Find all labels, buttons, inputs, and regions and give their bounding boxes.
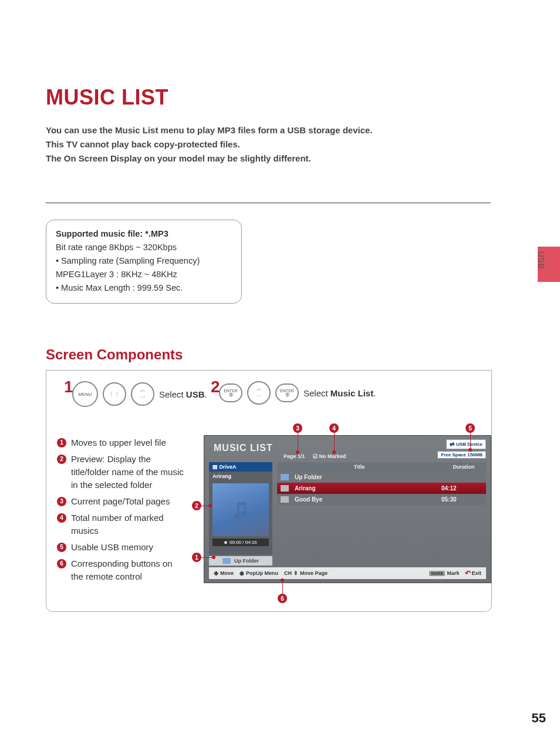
- free-space-badge: Free Space 150MB: [437, 451, 486, 459]
- usb-device-badge: ⇄ USB Device: [446, 439, 486, 449]
- album-art: [212, 483, 269, 536]
- explain-item: 1Moves to upper level file: [57, 436, 186, 449]
- explain-item: 2Preview: Display the title/folder name …: [57, 453, 186, 492]
- badge-2: 2: [57, 455, 66, 464]
- badge-3: 3: [57, 497, 66, 506]
- step1-text-a: Select: [159, 389, 186, 399]
- mark-key-icon: MARK: [429, 571, 445, 576]
- page-title: MUSIC LIST: [46, 85, 168, 110]
- drive-icon: ▤: [212, 464, 220, 470]
- explain-text-6: Corresponding buttons on the remote cont…: [71, 557, 186, 583]
- explain-item: 6Corresponding buttons on the remote con…: [57, 557, 186, 583]
- explain-text-3: Current page/Total pages: [71, 495, 170, 508]
- callout-line: [201, 557, 212, 558]
- section-frame: 1 MENU 〈 〉 ︿﹀ Select USB. 2 ENTER ⦿ ︿﹀ E…: [46, 370, 492, 612]
- page-number: 55: [532, 711, 546, 726]
- row-dur: 04:12: [441, 485, 483, 492]
- spec-line1: Bit rate range 8Kbps ~ 320Kbps: [56, 241, 232, 254]
- list-row-active[interactable]: Arirang 04:12: [277, 483, 486, 494]
- dpad-horiz-icon: 〈 〉: [103, 382, 126, 406]
- intro-line-1: You can use the Music List menu to play …: [46, 123, 373, 137]
- spec-box: Supported music file: *.MP3 Bit rate ran…: [46, 220, 242, 304]
- key-mark: MARKMark: [429, 570, 459, 576]
- callout-badge-3: 3: [293, 423, 302, 433]
- callout-dot: [208, 504, 212, 507]
- list-row-upfolder[interactable]: Up Folder: [277, 472, 486, 483]
- key-exit: ↶Exit: [465, 569, 481, 577]
- callout-badge-5: 5: [465, 423, 475, 433]
- dpad-vert-icon: ︿﹀: [131, 382, 154, 406]
- enter-dot-icon: ◉: [239, 570, 244, 576]
- file-list-panel: Title Duration Up Folder Arirang 04:12 G…: [277, 462, 486, 505]
- explain-item: 5Usable USB memory: [57, 541, 186, 554]
- playtime-text: 00:00 / 04:16: [230, 540, 257, 545]
- callout-dot: [212, 556, 215, 559]
- screen-title: MUSIC LIST: [214, 443, 273, 453]
- row-name: Arirang: [295, 485, 316, 492]
- step2-text: Select Music List.: [303, 388, 376, 398]
- music-note-icon: [229, 498, 252, 521]
- callout-badge-4: 4: [329, 423, 339, 433]
- intro-text: You can use the Music List menu to play …: [46, 123, 373, 166]
- spec-bullet1: • Sampling rate (Sampling Frequency) MPE…: [56, 254, 232, 281]
- spec-bullet2: • Music Max Length : 999.59 Sec.: [56, 281, 232, 295]
- callout-line: [201, 506, 208, 506]
- side-tab-label: USB: [537, 251, 546, 269]
- enter-button-icon-2: ENTER ⦿: [275, 383, 299, 402]
- row-name: Up Folder: [295, 474, 322, 480]
- row-dur: 05:30: [441, 496, 483, 503]
- explain-text-1: Moves to upper level file: [71, 436, 166, 449]
- callout-badge-6: 6: [278, 594, 287, 603]
- explain-text-2: Preview: Display the title/folder name o…: [71, 453, 186, 492]
- explain-text-4: Total number of marked musics: [71, 512, 186, 537]
- col-title: Title: [277, 462, 441, 472]
- callout-line: [470, 433, 471, 448]
- key-popup: ◉PopUp Menu: [239, 570, 278, 576]
- callout-badge-2: 2: [192, 501, 201, 510]
- divider: [46, 203, 491, 203]
- explain-text-5: Usable USB memory: [71, 541, 153, 554]
- up-folder-button[interactable]: Up Folder: [209, 556, 272, 566]
- callout-dot: [468, 448, 472, 452]
- explain-item: 3Current page/Total pages: [57, 495, 186, 508]
- menu-button-icon: MENU: [72, 381, 98, 407]
- intro-line-3: The On Screen Display on your model may …: [46, 152, 373, 166]
- step2-text-b: Music List: [330, 388, 373, 398]
- usb-icon: ⇄: [450, 441, 454, 447]
- step1-text: Select USB.: [159, 389, 207, 399]
- marked-label: No Marked: [319, 453, 346, 459]
- folder-up-icon: [281, 474, 289, 480]
- explanation-list: 1Moves to upper level file 2Preview: Dis…: [57, 436, 186, 587]
- enter-button-icon: ENTER ⦿: [219, 383, 242, 402]
- enter-button-label: ENTER: [224, 389, 238, 393]
- step1-text-b: USB: [186, 389, 205, 399]
- badge-6: 6: [57, 559, 66, 568]
- step2-text-a: Select: [303, 388, 330, 398]
- file-icon: [281, 485, 289, 492]
- music-list-screen: MUSIC LIST Page 1/1 ☑ No Marked ⇄ USB De…: [204, 435, 491, 583]
- file-icon: [281, 496, 289, 503]
- section-heading: Screen Components: [46, 346, 183, 363]
- up-folder-label: Up Folder: [234, 558, 259, 564]
- intro-line-2: This TV cannot play back copy-protected …: [46, 137, 373, 152]
- step2-text-c: .: [373, 388, 376, 398]
- step1-text-c: .: [205, 389, 207, 399]
- list-row[interactable]: Good Bye 05:30: [277, 494, 486, 505]
- updown-icon: ⇕: [294, 570, 298, 576]
- bottom-keyguide: ✥Move ◉PopUp Menu CH⇕Move Page MARKMark …: [209, 567, 486, 579]
- drive-label: ▤ DriveA: [209, 462, 272, 472]
- callout-line: [298, 433, 298, 450]
- badge-5: 5: [57, 543, 66, 552]
- menu-button-label: MENU: [78, 392, 92, 397]
- callout-dot: [281, 578, 284, 582]
- page-indicator: Page 1/1: [284, 453, 305, 459]
- usb-device-label: USB Device: [456, 442, 483, 447]
- up-folder-icon: [222, 558, 231, 564]
- list-header: Title Duration: [277, 462, 486, 472]
- badge-4: 4: [57, 513, 66, 523]
- move-icon: ✥: [214, 570, 218, 577]
- row-name: Good Bye: [295, 496, 322, 503]
- callout-line: [334, 433, 335, 450]
- play-progress: ■ 00:00 / 04:16: [212, 539, 269, 546]
- checkbox-icon: ☑: [313, 453, 318, 459]
